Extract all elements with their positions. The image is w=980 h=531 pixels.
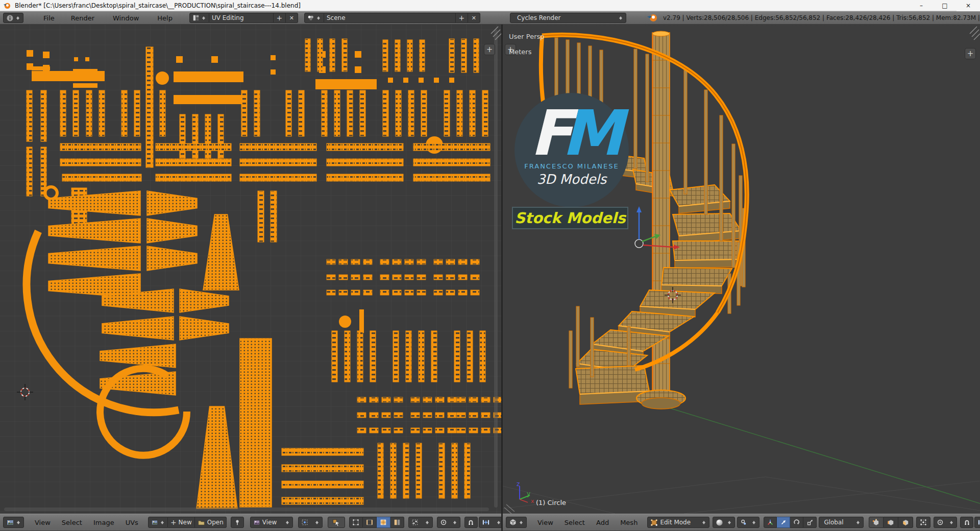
uv-proportional-edit-dropdown[interactable] — [437, 517, 460, 528]
v3d-menu-view[interactable]: View — [532, 519, 559, 526]
sync-cursor-icon — [332, 519, 340, 526]
uv-properties-panel-toggle[interactable]: + — [484, 44, 495, 55]
minimize-button[interactable]: – — [910, 0, 933, 11]
pin-button[interactable] — [231, 517, 244, 528]
screen-layout-selector: UV Editing — [189, 13, 298, 23]
screen-layout-name-field[interactable]: UV Editing — [209, 13, 274, 23]
uv-menu-image[interactable]: Image — [88, 519, 120, 526]
uv-editor-type-button[interactable] — [3, 517, 24, 528]
uv-select-mode-vertex[interactable] — [349, 517, 363, 528]
face-mode-icon — [380, 519, 387, 526]
screen-layout-browse-button[interactable] — [189, 13, 209, 23]
editor-canvases — [0, 25, 980, 514]
blender-logo-icon — [647, 13, 658, 22]
vertex-mode-icon — [352, 519, 359, 526]
scene-selector: Scene — [304, 13, 480, 23]
uv-editor-canvas[interactable] — [0, 25, 502, 514]
select-mode-vertex[interactable] — [869, 517, 884, 528]
viewport-canvas[interactable] — [503, 25, 980, 514]
limit-selection-visible-toggle[interactable] — [916, 517, 930, 528]
blender-window: Blender* [C:\Users\franc\Desktop\spiral_… — [0, 0, 980, 531]
maximize-button[interactable]: □ — [933, 0, 957, 11]
image-datablock: +New Open — [148, 517, 227, 528]
manipulator-rotate-button[interactable] — [790, 517, 803, 528]
area-split-handle[interactable] — [501, 25, 503, 531]
manipulator-translate-button[interactable] — [777, 517, 790, 528]
image-browse-button[interactable] — [148, 517, 168, 528]
viewport-properties-panel-toggle[interactable]: + — [965, 48, 976, 59]
pivot-icon — [301, 519, 308, 526]
uv-sync-selection-toggle[interactable] — [328, 517, 345, 528]
manipulator-toggle[interactable] — [764, 517, 777, 528]
vertex-cube-icon — [872, 519, 880, 526]
image-editor-icon — [6, 519, 14, 526]
viewport-toolshelf-toggle[interactable]: + — [505, 44, 516, 55]
magnet-icon — [468, 519, 474, 526]
occlude-geometry-icon — [920, 519, 927, 526]
uv-select-mode-island[interactable] — [390, 517, 404, 528]
magnet-icon-3d — [964, 519, 970, 526]
pivot-point-icon — [740, 519, 747, 526]
uv-editor-header: View Select Image UVs +New Open — [0, 514, 501, 531]
menu-help[interactable]: Help — [152, 14, 178, 22]
face-cube-icon — [902, 519, 910, 526]
uv-snap-toggle[interactable] — [464, 517, 478, 528]
window-title: Blender* [C:\Users\franc\Desktop\spiral_… — [15, 2, 301, 9]
edge-mode-icon — [366, 519, 373, 526]
sticky-selection-icon — [411, 519, 419, 526]
uv-snap-element-dropdown[interactable] — [479, 517, 501, 528]
open-image-button[interactable]: Open — [195, 517, 227, 528]
info-editor-type-button[interactable] — [3, 13, 23, 23]
uv-vertical-scrollbar[interactable] — [494, 30, 498, 508]
uv-mode-dropdown[interactable]: View — [250, 517, 293, 528]
screen-layout-add-button[interactable] — [274, 13, 286, 23]
v3d-menu-add[interactable]: Add — [591, 519, 615, 526]
scene-name-field[interactable]: Scene — [324, 13, 456, 23]
snap-toggle[interactable] — [960, 517, 973, 528]
scene-statistics: v2.79 | Verts:28,506/28,506 | Edges:56,8… — [663, 14, 980, 21]
rotate-icon — [793, 519, 800, 526]
info-icon — [6, 14, 14, 22]
viewport-header: View Select Add Mesh Edit Mode — [503, 514, 980, 531]
viewport-editor-type-button[interactable] — [506, 517, 527, 528]
scene-delete-button[interactable] — [468, 13, 480, 23]
select-mode-face[interactable] — [898, 517, 913, 528]
titlebar: Blender* [C:\Users\franc\Desktop\spiral_… — [0, 0, 980, 11]
uv-menu-select[interactable]: Select — [56, 519, 88, 526]
info-header: File Render Window Help UV Editing Scene — [0, 11, 980, 25]
uv-select-mode-face[interactable] — [377, 517, 390, 528]
menu-file[interactable]: File — [38, 14, 60, 22]
mode-dropdown[interactable]: Edit Mode — [647, 517, 709, 528]
close-button[interactable]: × — [957, 0, 980, 11]
island-mode-icon — [394, 519, 401, 526]
screen-layout-delete-button[interactable] — [286, 13, 298, 23]
scene-add-button[interactable] — [456, 13, 468, 23]
snap-increment-icon — [482, 519, 490, 526]
screen-layout-icon — [192, 14, 200, 21]
manipulator-scale-button[interactable] — [803, 517, 817, 528]
new-image-button[interactable]: +New — [168, 517, 195, 528]
uv-horizontal-scrollbar[interactable] — [4, 508, 489, 511]
uv-select-mode-edge[interactable] — [363, 517, 377, 528]
v3d-menu-select[interactable]: Select — [559, 519, 591, 526]
render-engine-dropdown[interactable]: Cycles Render — [510, 13, 626, 23]
menu-window[interactable]: Window — [107, 14, 144, 22]
v3d-menu-mesh[interactable]: Mesh — [615, 519, 643, 526]
scale-icon — [806, 519, 814, 526]
blender-app-icon — [3, 2, 11, 9]
uv-menu-uvs[interactable]: UVs — [120, 519, 144, 526]
viewport-shading-dropdown[interactable] — [713, 517, 735, 528]
uv-menu-view[interactable]: View — [29, 519, 56, 526]
edge-cube-icon — [887, 519, 895, 526]
image-icon — [151, 519, 158, 526]
sticky-selection-dropdown[interactable] — [408, 517, 433, 528]
uv-pivot-dropdown[interactable] — [298, 517, 323, 528]
orientation-dropdown[interactable]: Global — [819, 517, 864, 528]
proportional-edit-dropdown[interactable] — [934, 517, 957, 528]
snap-element-dropdown[interactable] — [974, 517, 980, 528]
pivot-point-dropdown[interactable] — [737, 517, 760, 528]
menu-render[interactable]: Render — [65, 14, 100, 22]
uv-selection-modes — [349, 517, 404, 528]
scene-browse-button[interactable] — [304, 13, 324, 23]
select-mode-edge[interactable] — [884, 517, 898, 528]
